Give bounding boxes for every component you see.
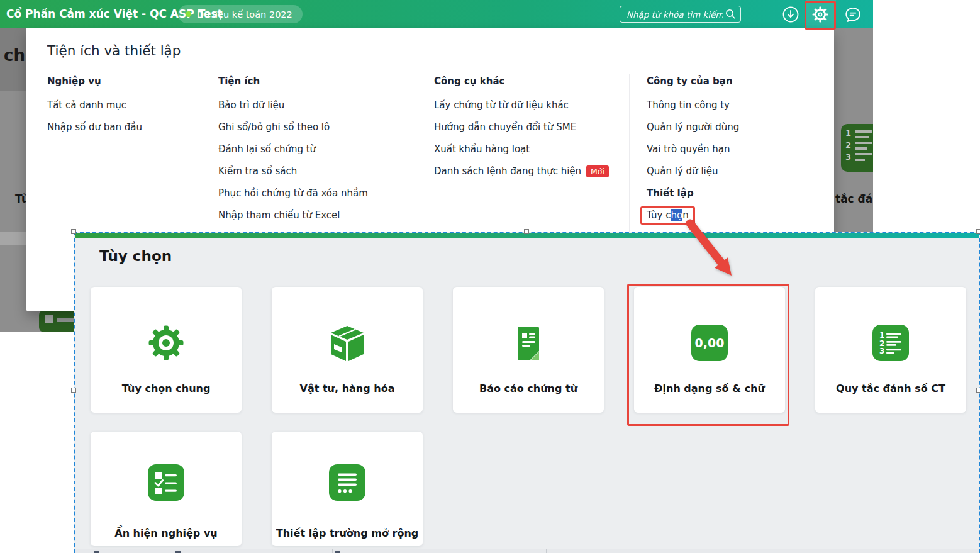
selection-handle[interactable] (976, 388, 980, 393)
menu-column-header: Tiện ích (218, 75, 426, 87)
svg-text:3: 3 (879, 347, 884, 355)
card-thiet-lap-truong-mo-rong[interactable]: Thiết lập trường mở rộng (272, 432, 423, 546)
gear-icon (91, 325, 242, 361)
numbered-list-icon: 1 2 3 (815, 325, 966, 361)
status-dot-icon (186, 11, 191, 17)
report-document-icon (453, 325, 604, 362)
menu-item-quan-ly-nguoi-dung[interactable]: Quản lý người dùng (647, 121, 829, 133)
menu-item-phuc-hoi-chung-tu[interactable]: Phục hồi chứng từ đã xóa nhầm (218, 187, 426, 199)
highlight-box-settings (805, 1, 836, 30)
box-icon (272, 325, 423, 362)
extended-fields-icon (272, 464, 423, 501)
text-selection: họ (671, 209, 683, 221)
options-panel: Tùy chọn Tùy chọn chung (74, 232, 980, 553)
card-vat-tu-hang-hoa[interactable]: Vật tư, hàng hóa (272, 287, 423, 413)
download-icon (781, 5, 800, 24)
checklist-icon-fragment (39, 310, 74, 332)
annotation-arrow (682, 217, 745, 289)
background-title-fragment: ch (4, 46, 25, 65)
search-box (620, 6, 741, 23)
card-an-hien-nghiep-vu[interactable]: Ẩn hiện nghiệp vụ (91, 432, 242, 546)
database-badge-label: Dữ liệu kế toán 2022 (197, 9, 292, 20)
panel-title: Tùy chọn (99, 248, 172, 264)
menu-column-cong-cu-khac: Công cụ khác Lấy chứng từ từ dữ liệu khá… (434, 75, 629, 187)
menu-item-danh-sach-lenh[interactable]: Danh sách lệnh đang thực hiệnMới (434, 165, 629, 178)
menu-item-danh-lai-so-chung-tu[interactable]: Đánh lại số chứng từ (218, 143, 426, 155)
numbered-list-icon-fragment: 1 2 3 (841, 124, 873, 172)
background-label-fragment: tắc đá (835, 193, 872, 205)
menu-title: Tiện ích và thiết lập (47, 43, 181, 59)
chat-icon (844, 5, 862, 24)
dimmed-background-right: 1 2 3 tắc đá (834, 28, 873, 232)
menu-item-thong-tin-cong-ty[interactable]: Thông tin công ty (647, 99, 829, 111)
selection-handle[interactable] (976, 229, 980, 234)
highlight-box-dinh-dang-so-chu (627, 284, 789, 426)
card-bao-cao-chung-tu[interactable]: Báo cáo chứng từ (453, 287, 604, 413)
menu-column-tien-ich: Tiện ích Bảo trì dữ liệu Ghi sổ/bỏ ghi s… (218, 75, 426, 231)
card-tuy-chon-chung[interactable]: Tùy chọn chung (91, 287, 242, 413)
chat-button[interactable] (843, 4, 863, 25)
menu-item-ghi-so-theo-lo[interactable]: Ghi sổ/bỏ ghi sổ theo lô (218, 121, 426, 133)
menu-column-cong-ty-cua-ban: Công ty của bạn Thông tin công ty Quản l… (647, 75, 829, 234)
card-quy-tac-danh-so-ct[interactable]: 1 2 3 Quy tắc đánh số CT (815, 287, 966, 413)
menu-item-bao-tri-du-lieu[interactable]: Bảo trì dữ liệu (218, 99, 426, 111)
menu-column-header: Nghiệp vụ (47, 75, 211, 87)
menu-item-xuat-khau-hang-loat[interactable]: Xuất khẩu hàng loạt (434, 143, 629, 155)
dimmed-band (0, 232, 26, 245)
selection-handle[interactable] (524, 229, 529, 234)
menu-item-nhap-so-du[interactable]: Nhập số dư ban đầu (47, 121, 211, 133)
new-badge: Mới (586, 165, 609, 177)
search-input[interactable] (620, 9, 725, 20)
card-label: Vật tư, hàng hóa (272, 383, 423, 394)
menu-item-tat-ca-danh-muc[interactable]: Tất cả danh mục (47, 99, 211, 111)
menu-item-huong-dan-chuyen-doi[interactable]: Hướng dẫn chuyển đổi từ SME (434, 121, 629, 133)
menu-column-header: Công cụ khác (434, 75, 629, 87)
menu-item-kiem-tra-so-sach[interactable]: Kiểm tra sổ sách (218, 165, 426, 177)
menu-column-nghiep-vu: Nghiệp vụ Tất cả danh mục Nhập số dư ban… (47, 75, 211, 143)
selection-handle[interactable] (71, 229, 76, 234)
selection-handle[interactable] (71, 388, 76, 393)
database-badge[interactable]: Dữ liệu kế toán 2022 (178, 5, 303, 23)
menu-item-vai-tro-quyen-han[interactable]: Vai trò quyền hạn (647, 143, 829, 155)
menu-subheader-thiet-lap: Thiết lập (647, 187, 829, 199)
background-table-header-strip (75, 549, 979, 553)
card-label: Ẩn hiện nghiệp vụ (91, 527, 242, 539)
card-label: Tùy chọn chung (91, 383, 242, 394)
topbar: Cổ Phần Cảm xúc Việt - QC ASP Test Dữ li… (0, 0, 873, 28)
menu-column-header: Công ty của bạn (647, 75, 829, 87)
download-button[interactable] (781, 4, 801, 25)
card-label: Báo cáo chứng từ (453, 383, 604, 394)
search-icon[interactable] (725, 9, 736, 20)
menu-item-lay-chung-tu[interactable]: Lấy chứng từ từ dữ liệu khác (434, 99, 629, 111)
card-label: Thiết lập trường mở rộng (272, 527, 423, 539)
menu-item-quan-ly-du-lieu[interactable]: Quản lý dữ liệu (647, 165, 829, 177)
checklist-icon (91, 464, 242, 501)
menu-item-nhap-tham-chieu-excel[interactable]: Nhập tham chiếu từ Excel (218, 209, 426, 221)
card-label: Quy tắc đánh số CT (815, 383, 966, 394)
